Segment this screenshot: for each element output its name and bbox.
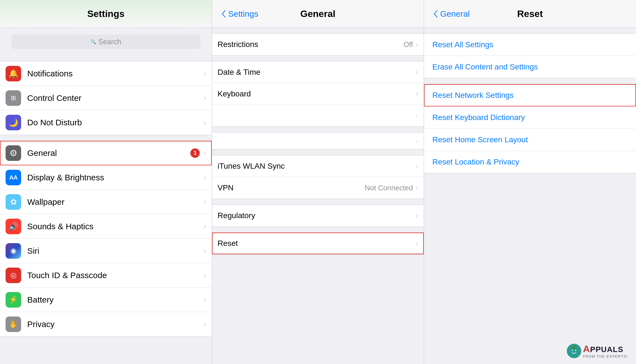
general-row-itunes[interactable]: iTunes WLAN Sync › <box>212 155 424 177</box>
reset-all-settings-label: Reset All Settings <box>432 40 493 49</box>
sidebar-item-siri[interactable]: ◉ Siri › <box>0 239 212 263</box>
sounds-haptics-icon: 🔊 <box>6 219 21 234</box>
general-back-button[interactable]: Settings <box>221 9 258 19</box>
general-row-regulatory[interactable]: Regulatory › <box>212 205 424 226</box>
general-row-date-time[interactable]: Date & Time › <box>212 61 424 83</box>
reset-network-label: Reset Network Settings <box>432 91 514 100</box>
wallpaper-label: Wallpaper <box>27 197 204 207</box>
general-group-restrictions: Restrictions Off › <box>212 33 424 56</box>
reset-row-location-privacy[interactable]: Reset Location & Privacy <box>424 151 636 173</box>
keyboard-label: Keyboard <box>218 89 416 98</box>
erase-all-label: Erase All Content and Settings <box>432 63 538 71</box>
notifications-label: Notifications <box>27 69 204 78</box>
search-placeholder: Search <box>98 38 121 46</box>
reset-label: Reset <box>218 239 416 248</box>
sidebar-item-wallpaper[interactable]: ✿ Wallpaper › <box>0 190 212 214</box>
general-label: General <box>27 148 190 158</box>
general-title: General <box>300 8 336 19</box>
sidebar-item-battery[interactable]: ⚡ Battery › <box>0 288 212 312</box>
battery-icon: ⚡ <box>6 292 21 308</box>
sidebar-item-privacy[interactable]: ✋ Privacy › <box>0 312 212 336</box>
general-group-regulatory: Regulatory › <box>212 205 424 227</box>
sidebar-item-do-not-disturb[interactable]: 🌙 Do Not Disturb › <box>0 110 212 135</box>
sidebar-item-notifications[interactable]: 🔔 Notifications › <box>0 61 212 86</box>
search-bar[interactable]: 🔍 Search <box>11 34 201 49</box>
general-panel: Settings General Restrictions Off › Date… <box>212 0 424 364</box>
reset-group-1: Reset All Settings Erase All Content and… <box>424 33 636 78</box>
display-brightness-chevron: › <box>204 173 206 182</box>
reset-title: Reset <box>517 8 543 19</box>
do-not-disturb-chevron: › <box>204 118 206 127</box>
do-not-disturb-icon: 🌙 <box>6 115 21 130</box>
date-time-label: Date & Time <box>218 68 416 77</box>
settings-group-2: ⚙ General 1 › AA Display & Brightness › … <box>0 141 212 337</box>
control-center-chevron: › <box>204 94 206 102</box>
watermark-avatar <box>567 344 581 358</box>
settings-title: Settings <box>87 8 124 19</box>
settings-header: Settings <box>0 0 212 28</box>
privacy-icon: ✋ <box>6 316 21 332</box>
sidebar-item-touch-id[interactable]: ◎ Touch ID & Passcode › <box>0 263 212 288</box>
reset-scroll: Reset All Settings Erase All Content and… <box>424 28 636 364</box>
itunes-chevron: › <box>416 162 418 170</box>
watermark-sub-text: FROM THE EXPERTS! <box>583 354 628 358</box>
display-brightness-label: Display & Brightness <box>27 173 204 182</box>
date-time-chevron: › <box>416 68 418 76</box>
control-center-icon: ⊞ <box>6 90 21 106</box>
svg-point-1 <box>572 350 573 351</box>
general-row-blank1[interactable]: › <box>212 105 424 126</box>
sounds-haptics-label: Sounds & Haptics <box>27 222 204 231</box>
regulatory-label: Regulatory <box>218 211 416 220</box>
touch-id-icon: ◎ <box>6 268 21 283</box>
general-row-reset[interactable]: Reset › <box>212 233 424 254</box>
reset-row-erase-all[interactable]: Erase All Content and Settings <box>424 56 636 78</box>
reset-back-label: General <box>440 9 470 19</box>
settings-scroll: 🔔 Notifications › ⊞ Control Center › 🌙 D… <box>0 56 212 364</box>
reset-chevron-left-icon <box>433 10 438 18</box>
siri-chevron: › <box>204 246 206 255</box>
sidebar-item-control-center[interactable]: ⊞ Control Center › <box>0 86 212 110</box>
general-row-restrictions[interactable]: Restrictions Off › <box>212 34 424 55</box>
watermark-logo-text: APPUALS <box>583 343 628 354</box>
wallpaper-icon: ✿ <box>6 194 21 210</box>
reset-row-home-screen[interactable]: Reset Home Screen Layout <box>424 129 636 151</box>
vpn-value: Not Connected <box>365 184 413 192</box>
svg-point-4 <box>572 346 576 348</box>
itunes-label: iTunes WLAN Sync <box>218 162 416 171</box>
touch-id-label: Touch ID & Passcode <box>27 271 204 280</box>
control-center-label: Control Center <box>27 93 204 103</box>
restrictions-chevron: › <box>416 40 418 49</box>
siri-icon: ◉ <box>6 243 21 259</box>
general-badge: 1 <box>190 148 200 158</box>
general-row-keyboard[interactable]: Keyboard › <box>212 83 424 105</box>
watermark-text-block: APPUALS FROM THE EXPERTS! <box>583 343 628 358</box>
reset-keyboard-label: Reset Keyboard Dictionary <box>432 113 525 122</box>
sidebar-item-sounds-haptics[interactable]: 🔊 Sounds & Haptics › <box>0 214 212 239</box>
reset-location-label: Reset Location & Privacy <box>432 158 519 166</box>
reset-row-keyboard[interactable]: Reset Keyboard Dictionary <box>424 106 636 129</box>
vpn-chevron: › <box>416 184 418 192</box>
blank2-chevron: › <box>416 137 418 145</box>
watermark-rest-logo: PPUALS <box>590 345 623 354</box>
reset-panel: General Reset Reset All Settings Erase A… <box>424 0 636 364</box>
sidebar-item-general[interactable]: ⚙ General 1 › <box>0 141 212 165</box>
chevron-left-icon <box>221 10 226 18</box>
svg-point-2 <box>575 350 576 351</box>
general-group-blank2: › <box>212 132 424 149</box>
sidebar-item-display-brightness[interactable]: AA Display & Brightness › <box>0 165 212 190</box>
general-row-blank2[interactable]: › <box>212 133 424 149</box>
appuals-watermark: APPUALS FROM THE EXPERTS! <box>567 343 628 358</box>
battery-label: Battery <box>27 295 204 305</box>
reset-row-all-settings[interactable]: Reset All Settings <box>424 34 636 56</box>
reset-row-network[interactable]: Reset Network Settings <box>424 84 636 106</box>
general-row-vpn[interactable]: VPN Not Connected › <box>212 177 424 199</box>
general-icon: ⚙ <box>6 145 21 161</box>
notifications-icon: 🔔 <box>6 66 21 81</box>
keyboard-chevron: › <box>416 89 418 98</box>
privacy-chevron: › <box>204 320 206 329</box>
do-not-disturb-label: Do Not Disturb <box>27 118 204 127</box>
general-group-reset: Reset › <box>212 232 424 255</box>
settings-group-1: 🔔 Notifications › ⊞ Control Center › 🌙 D… <box>0 61 212 135</box>
restrictions-value: Off <box>403 40 413 49</box>
reset-back-button[interactable]: General <box>433 9 470 19</box>
